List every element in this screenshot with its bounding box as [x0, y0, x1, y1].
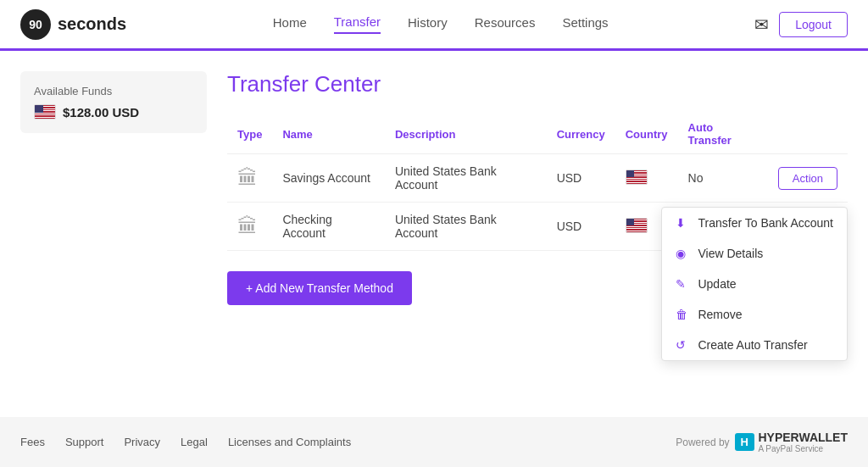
hyperwallet-logo: H HYPERWALLET A PayPal Service — [735, 431, 848, 453]
row1-currency: USD — [547, 154, 615, 203]
nav-transfer[interactable]: Transfer — [334, 14, 381, 34]
bank-icon: 🏛 — [237, 166, 258, 189]
dropdown-view-details[interactable]: ◉ View Details — [662, 238, 847, 269]
nav-home[interactable]: Home — [273, 15, 307, 33]
us-flag-row1 — [626, 170, 648, 185]
row2-name: Checking Account — [272, 203, 384, 251]
hw-icon: H — [735, 433, 755, 451]
dropdown-transfer[interactable]: ⬇ Transfer To Bank Account — [662, 208, 847, 238]
footer-links: Fees Support Privacy Legal Licenses and … — [20, 436, 351, 448]
hw-brand-block: HYPERWALLET A PayPal Service — [758, 431, 848, 453]
transfer-center: Transfer Center Type Name Description Cu… — [227, 71, 848, 397]
brand-name: seconds — [58, 14, 126, 34]
row2-type: 🏛 — [227, 203, 272, 251]
powered-by-text: Powered by — [676, 436, 729, 448]
action-button[interactable]: Action — [778, 167, 837, 190]
transfer-icon: ⬇ — [676, 216, 689, 230]
refresh-icon: ↺ — [676, 338, 689, 352]
row2-description: United States Bank Account — [385, 203, 547, 251]
action-dropdown: ⬇ Transfer To Bank Account ◉ View Detail… — [661, 207, 848, 361]
eye-icon: ◉ — [676, 247, 689, 260]
dropdown-update[interactable]: ✎ Update — [662, 269, 847, 299]
add-transfer-method-button[interactable]: + Add New Transfer Method — [227, 271, 412, 305]
us-flag-row2 — [626, 218, 648, 233]
row1-name: Savings Account — [272, 154, 384, 203]
us-flag-sidebar — [34, 104, 56, 120]
dropdown-transfer-label: Transfer To Bank Account — [698, 216, 833, 230]
trash-icon: 🗑 — [676, 308, 689, 321]
row1-description: United States Bank Account — [385, 154, 547, 203]
footer-privacy[interactable]: Privacy — [124, 436, 160, 448]
header: 90 seconds Home Transfer History Resourc… — [0, 0, 868, 51]
footer: Fees Support Privacy Legal Licenses and … — [0, 417, 868, 467]
main-nav: Home Transfer History Resources Settings — [273, 14, 609, 34]
row1-action-cell: Action — [768, 154, 848, 203]
mail-icon[interactable]: ✉ — [754, 14, 769, 35]
funds-value: $128.00 USD — [63, 105, 139, 120]
col-name: Name — [272, 114, 384, 154]
nav-resources[interactable]: Resources — [475, 15, 536, 33]
bank-icon: 🏛 — [237, 214, 258, 237]
dropdown-remove-label: Remove — [698, 308, 742, 321]
paypal-sub: A PayPal Service — [758, 444, 848, 453]
header-actions: ✉ Logout — [754, 12, 848, 37]
row1-auto-transfer: No — [678, 154, 768, 203]
logout-button[interactable]: Logout — [779, 12, 848, 37]
col-action — [768, 114, 848, 154]
nav-history[interactable]: History — [408, 15, 448, 33]
footer-legal[interactable]: Legal — [181, 436, 208, 448]
dropdown-remove[interactable]: 🗑 Remove — [662, 299, 847, 330]
funds-card: Available Funds $128.00 USD — [20, 71, 207, 133]
edit-icon: ✎ — [676, 277, 689, 291]
dropdown-auto-label: Create Auto Transfer — [698, 338, 807, 352]
brand-area: 90 seconds — [20, 9, 126, 40]
table-row: 🏛 Savings Account United States Bank Acc… — [227, 154, 848, 203]
row1-type: 🏛 — [227, 154, 272, 203]
funds-label: Available Funds — [34, 85, 193, 97]
sidebar: Available Funds $128.00 USD — [20, 71, 207, 397]
col-country: Country — [615, 114, 678, 154]
nav-settings[interactable]: Settings — [562, 15, 608, 33]
col-currency: Currency — [547, 114, 615, 154]
row2-currency: USD — [547, 203, 615, 251]
hw-brand-name: HYPERWALLET — [758, 431, 848, 444]
main-content: Available Funds $128.00 USD Transfer Cen… — [0, 51, 868, 417]
powered-by: Powered by H HYPERWALLET A PayPal Servic… — [676, 431, 848, 453]
dropdown-create-auto[interactable]: ↺ Create Auto Transfer — [662, 330, 847, 360]
col-type: Type — [227, 114, 272, 154]
logo-icon: 90 — [20, 9, 51, 40]
footer-licenses[interactable]: Licenses and Complaints — [228, 436, 351, 448]
col-auto-transfer: Auto Transfer — [678, 114, 768, 154]
dropdown-update-label: Update — [698, 277, 736, 291]
footer-support[interactable]: Support — [65, 436, 104, 448]
row1-country — [615, 154, 678, 203]
funds-amount-row: $128.00 USD — [34, 104, 193, 120]
dropdown-view-label: View Details — [698, 247, 763, 260]
page-title: Transfer Center — [227, 71, 848, 97]
col-description: Description — [385, 114, 547, 154]
footer-fees[interactable]: Fees — [20, 436, 45, 448]
